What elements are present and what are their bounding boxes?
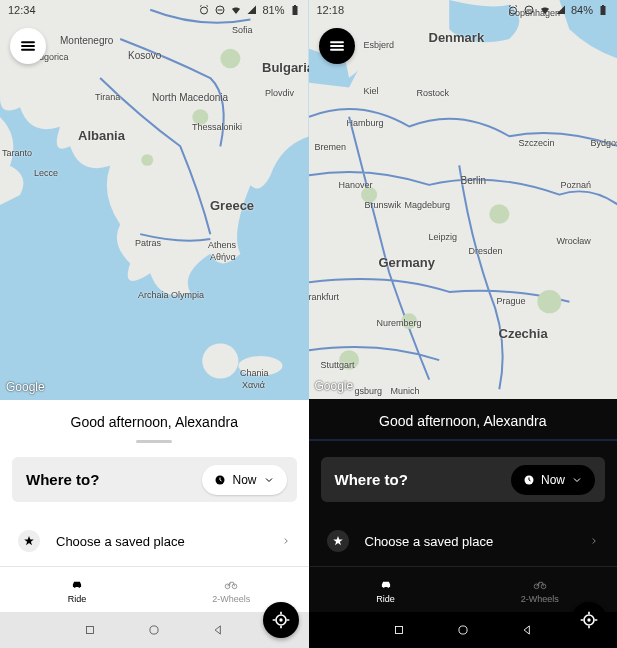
home-button[interactable] xyxy=(147,623,161,637)
svg-point-9 xyxy=(220,49,240,69)
svg-point-0 xyxy=(201,7,208,14)
svg-point-25 xyxy=(489,204,509,223)
destination-row[interactable]: Where to? Now xyxy=(321,457,606,502)
map-place-label: Tirana xyxy=(95,92,120,102)
destination-row[interactable]: Where to? Now xyxy=(12,457,297,502)
map-place-label: Poznań xyxy=(561,180,592,190)
product-tabs: Ride 2-Wheels xyxy=(309,566,618,612)
signal-icon xyxy=(555,4,567,16)
bike-icon xyxy=(531,577,549,591)
map-place-label: gsburg xyxy=(355,386,383,396)
bike-icon xyxy=(222,577,240,591)
map-place-label: Dresden xyxy=(469,246,503,256)
svg-point-19 xyxy=(509,7,516,14)
tab-ride[interactable]: Ride xyxy=(0,567,154,612)
svg-rect-21 xyxy=(601,6,606,15)
svg-point-30 xyxy=(587,618,590,621)
dnd-icon xyxy=(214,4,226,16)
now-label: Now xyxy=(232,473,256,487)
locate-button[interactable] xyxy=(263,602,299,638)
map-place-label: Wrocław xyxy=(557,236,591,246)
car-icon xyxy=(68,577,86,591)
google-attribution: Google xyxy=(315,379,354,393)
map-place-label: Αθήνα xyxy=(210,252,236,262)
bottom-sheet[interactable]: Good afternoon, Alexandra Where to? Now … xyxy=(309,399,618,612)
clock-icon xyxy=(214,474,226,486)
signal-icon xyxy=(246,4,258,16)
bottom-sheet[interactable]: Good afternoon, Alexandra Where to? Now … xyxy=(0,400,309,612)
chevron-down-icon xyxy=(571,474,583,486)
saved-place-row[interactable]: Choose a saved place xyxy=(309,516,618,566)
status-bar: 12:18 84% xyxy=(309,0,618,20)
status-time: 12:18 xyxy=(317,4,345,16)
svg-point-35 xyxy=(541,584,546,589)
map-place-label: Szczecin xyxy=(519,138,555,148)
map-place-label: Berlin xyxy=(461,175,487,186)
tab-ride-label: Ride xyxy=(68,594,87,604)
map-view[interactable]: MontenegroPodgoricaKosovoSofiaBulgariaTi… xyxy=(0,0,309,400)
svg-point-32 xyxy=(382,586,384,588)
schedule-pill[interactable]: Now xyxy=(511,465,595,495)
map-place-label: Rostock xyxy=(417,88,450,98)
battery-pct: 84% xyxy=(571,4,593,16)
menu-button[interactable] xyxy=(319,28,355,64)
dnd-icon xyxy=(523,4,535,16)
status-bar: 12:34 81% xyxy=(0,0,309,20)
svg-point-14 xyxy=(79,586,81,588)
alarm-icon xyxy=(198,4,210,16)
map-place-label: Magdeburg xyxy=(405,200,451,210)
svg-point-26 xyxy=(537,290,561,313)
star-icon xyxy=(18,530,40,552)
map-view[interactable]: DenmarkCopenhagenEsbjerdKielRostockHambu… xyxy=(309,0,618,399)
greeting-text: Good afternoon, Alexandra xyxy=(0,400,309,440)
battery-pct: 81% xyxy=(262,4,284,16)
alarm-icon xyxy=(507,4,519,16)
now-label: Now xyxy=(541,473,565,487)
menu-button[interactable] xyxy=(10,28,46,64)
svg-point-16 xyxy=(233,584,238,589)
map-place-label: Leipzig xyxy=(429,232,458,242)
map-place-label: Nuremberg xyxy=(377,318,422,328)
where-to-input[interactable]: Where to? xyxy=(12,457,202,502)
map-place-label: Sofia xyxy=(232,25,253,35)
battery-icon xyxy=(289,4,301,16)
recent-apps-button[interactable] xyxy=(392,623,406,637)
map-terrain xyxy=(309,0,618,399)
clock-icon xyxy=(523,474,535,486)
svg-point-11 xyxy=(279,618,282,621)
map-place-label: Hanover xyxy=(339,180,373,190)
product-tabs: Ride 2-Wheels xyxy=(0,566,309,612)
drag-handle[interactable] xyxy=(136,440,172,443)
back-button[interactable] xyxy=(520,623,534,637)
star-icon xyxy=(327,530,349,552)
status-right: 84% xyxy=(507,4,609,16)
tab-ride[interactable]: Ride xyxy=(309,567,463,612)
status-time: 12:34 xyxy=(8,4,36,16)
saved-place-row[interactable]: Choose a saved place xyxy=(0,516,309,566)
recent-apps-button[interactable] xyxy=(83,623,97,637)
map-place-label: Munich xyxy=(391,386,420,396)
map-place-label: Albania xyxy=(78,128,125,143)
map-place-label: Taranto xyxy=(2,148,32,158)
crosshair-icon xyxy=(271,610,291,630)
map-place-label: North Macedonia xyxy=(152,92,228,103)
tab-2wheels-label: 2-Wheels xyxy=(521,594,559,604)
hamburger-icon xyxy=(328,37,346,55)
car-icon xyxy=(377,577,395,591)
schedule-pill[interactable]: Now xyxy=(202,465,286,495)
svg-point-18 xyxy=(150,626,158,634)
home-button[interactable] xyxy=(456,623,470,637)
locate-button[interactable] xyxy=(571,602,607,638)
status-right: 81% xyxy=(198,4,300,16)
map-place-label: Thessaloniki xyxy=(192,122,242,132)
svg-point-5 xyxy=(202,343,238,378)
map-place-label: Lecce xyxy=(34,168,58,178)
hamburger-icon xyxy=(19,37,37,55)
map-place-label: Chania xyxy=(240,368,269,378)
map-place-label: Patras xyxy=(135,238,161,248)
map-place-label: Kosovo xyxy=(128,50,161,61)
chevron-right-icon xyxy=(589,534,599,549)
where-to-input[interactable]: Where to? xyxy=(321,457,511,502)
back-button[interactable] xyxy=(211,623,225,637)
map-place-label: Brunswik xyxy=(365,200,402,210)
